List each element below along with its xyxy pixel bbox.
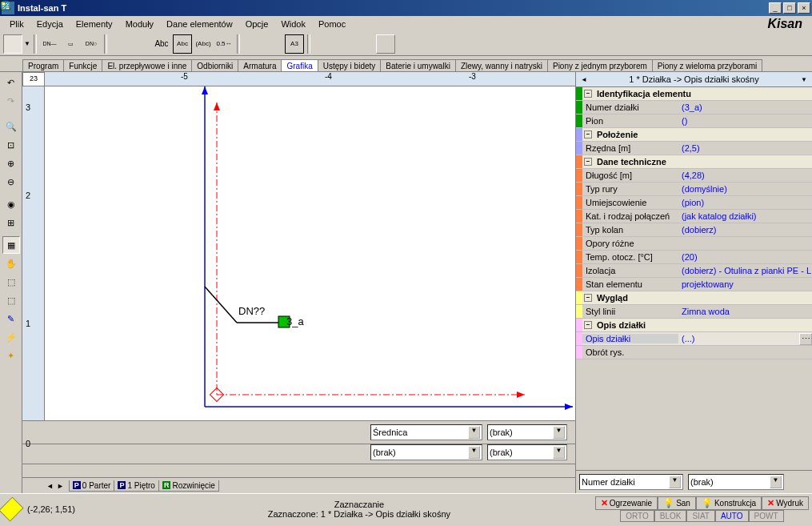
floor-tab[interactable]: P1 Piętro: [114, 480, 158, 492]
chevron-down-icon[interactable]: ▼: [770, 476, 782, 488]
zoom-area-icon[interactable]: ⊡: [2, 136, 20, 154]
mode-tab-siat[interactable]: SIAT: [686, 510, 714, 522]
mode-tab-powt[interactable]: POWT: [749, 510, 784, 522]
dd-srednica[interactable]: Średnica▼: [370, 424, 482, 440]
prop-value[interactable]: (4,28): [678, 171, 812, 180]
menu-opcje[interactable]: Opcje: [239, 18, 275, 30]
minimize-button[interactable]: _: [769, 2, 782, 14]
btab-prev[interactable]: ◄: [46, 482, 54, 490]
note-icon[interactable]: [314, 34, 333, 54]
tab-odbiorniki[interactable]: Odbiorniki: [191, 59, 238, 71]
prop-row[interactable]: Izolacja(dobierz) - Otulina z pianki PE …: [576, 264, 812, 278]
tab-piony-z-jednym-przyborem[interactable]: Piony z jednym przyborem: [547, 59, 653, 71]
drawing-canvas[interactable]: DN?? 3_a: [45, 86, 575, 420]
select-rect-icon[interactable]: ⬚: [2, 273, 20, 291]
zoom-plus-icon[interactable]: ⊕: [2, 155, 20, 172]
dim-icon[interactable]: 0.5↔: [214, 34, 234, 54]
prop-row[interactable]: Typ kolan(dobierz): [576, 223, 812, 237]
prop-row[interactable]: Opis działki(...)⋯: [576, 332, 812, 346]
props-prev-icon[interactable]: ◄: [581, 76, 587, 83]
tab-piony-z-wieloma-przyborami[interactable]: Piony z wieloma przyborami: [652, 59, 763, 71]
prop-value[interactable]: (domyślnie): [678, 184, 812, 194]
props-next-icon[interactable]: ▼: [801, 76, 807, 83]
prop-section-header[interactable]: −Położenie: [576, 128, 812, 142]
prop-section-header[interactable]: −Opis działki: [576, 319, 812, 332]
dd-numer[interactable]: Numer działki▼: [579, 474, 683, 490]
collapse-icon[interactable]: −: [584, 294, 592, 302]
prop-row[interactable]: Rzędna [m](2,5): [576, 142, 812, 155]
arrow-tool-icon[interactable]: [3, 34, 22, 54]
layer-tab-ogrzewanie[interactable]: ✕Ogrzewanie: [595, 496, 658, 510]
angle-icon[interactable]: [131, 34, 150, 54]
floor-tab[interactable]: P0 Parter: [69, 480, 115, 492]
dn-circle-icon[interactable]: DN○: [82, 34, 101, 54]
chevron-down-icon[interactable]: ▼: [553, 446, 565, 459]
image-icon[interactable]: [243, 34, 262, 54]
layer-tab-wydruk[interactable]: ✕Wydruk: [762, 496, 809, 510]
prop-row[interactable]: Numer działki(3_a): [576, 101, 812, 114]
prop-value[interactable]: projektowany: [678, 279, 812, 289]
prop-value[interactable]: (20): [678, 252, 812, 262]
tab-zlewy-wanny-i-natryski[interactable]: Zlewy, wanny i natryski: [455, 59, 548, 71]
menu-pomoc[interactable]: Pomoc: [312, 18, 352, 30]
floor-tab[interactable]: RRozwinięcie: [158, 480, 219, 492]
dn-line-icon[interactable]: DN—: [40, 34, 59, 54]
prop-value[interactable]: (dobierz): [678, 225, 812, 235]
text-box-icon[interactable]: Abc: [173, 34, 192, 54]
ellipsis-button[interactable]: ⋯: [799, 333, 812, 345]
zoom-in-icon[interactable]: 🔍: [2, 118, 20, 135]
prop-row[interactable]: Obrót rys.: [576, 346, 812, 359]
prop-row[interactable]: Kat. i rodzaj połączeń(jak katalog dział…: [576, 210, 812, 223]
mode-tab-orto[interactable]: ORTO: [620, 510, 654, 522]
page-icon[interactable]: A3: [285, 34, 304, 54]
zoom-minus-icon[interactable]: ⊖: [2, 173, 20, 191]
close-button[interactable]: ×: [798, 2, 810, 14]
undo-icon[interactable]: ↶: [2, 74, 20, 91]
wand-icon[interactable]: ⚡: [2, 328, 20, 346]
grid-icon[interactable]: ▦: [2, 236, 20, 254]
zoom-fit-icon[interactable]: ◉: [2, 195, 20, 213]
prop-row[interactable]: Opory różne: [576, 237, 812, 251]
collapse-icon[interactable]: −: [584, 158, 592, 166]
dd-brak2[interactable]: (brak)▼: [370, 444, 482, 460]
prop-section-header[interactable]: −Identyfikacja elementu: [576, 87, 812, 101]
select-dash-icon[interactable]: ⬚: [2, 291, 20, 309]
prop-value[interactable]: (dobierz) - Otulina z pianki PE - L: [678, 266, 812, 275]
prop-value[interactable]: (2,5): [678, 143, 812, 153]
btab-next[interactable]: ►: [57, 482, 64, 490]
menu-plik[interactable]: Plik: [3, 18, 30, 30]
tab-el-przep-ywowe-i-inne[interactable]: El. przepływowe i inne: [102, 59, 192, 71]
spark-icon[interactable]: ✦: [2, 347, 20, 364]
zoom-extents-icon[interactable]: ⊞: [2, 214, 20, 231]
collapse-icon[interactable]: −: [584, 321, 592, 329]
dd-brak-r[interactable]: (brak)▼: [688, 474, 784, 490]
mode-tab-blok[interactable]: BLOK: [654, 510, 687, 522]
layer-tab-san[interactable]: 💡San: [658, 496, 696, 510]
pan-icon[interactable]: ✋: [2, 255, 20, 272]
dd-brak3[interactable]: (brak)▼: [487, 444, 567, 460]
prop-row[interactable]: Pion(): [576, 114, 812, 128]
tab-baterie-i-umywalki[interactable]: Baterie i umywalki: [380, 59, 456, 71]
mode-tab-auto[interactable]: AUTO: [715, 510, 749, 522]
prop-value[interactable]: (jak katalog działki): [678, 211, 812, 221]
text-icon[interactable]: Abc: [152, 34, 171, 54]
chevron-down-icon[interactable]: ▼: [669, 476, 681, 488]
chevron-down-icon[interactable]: ▼: [553, 426, 565, 439]
prop-value[interactable]: (3_a): [678, 102, 812, 112]
vdim-icon[interactable]: [355, 34, 374, 54]
dd-brak1[interactable]: (brak)▼: [487, 424, 567, 440]
menu-elementy[interactable]: Elementy: [70, 18, 119, 30]
collapse-icon[interactable]: −: [584, 90, 592, 98]
cross-icon[interactable]: [376, 34, 395, 54]
tab-grafika[interactable]: Grafika: [281, 59, 318, 71]
prop-row[interactable]: Stan elementuprojektowany: [576, 278, 812, 291]
polyline-icon[interactable]: [110, 34, 130, 54]
redo-icon[interactable]: ↷: [2, 92, 20, 110]
maximize-button[interactable]: □: [783, 2, 796, 14]
pencil-icon[interactable]: ✎: [2, 310, 20, 327]
dn-rect-icon[interactable]: ▭: [61, 34, 80, 54]
menu-moduly[interactable]: Moduły: [119, 18, 160, 30]
prop-row[interactable]: Typ rury(domyślnie): [576, 183, 812, 196]
chevron-down-icon[interactable]: ▼: [468, 446, 480, 459]
menu-widok[interactable]: Widok: [274, 18, 312, 30]
